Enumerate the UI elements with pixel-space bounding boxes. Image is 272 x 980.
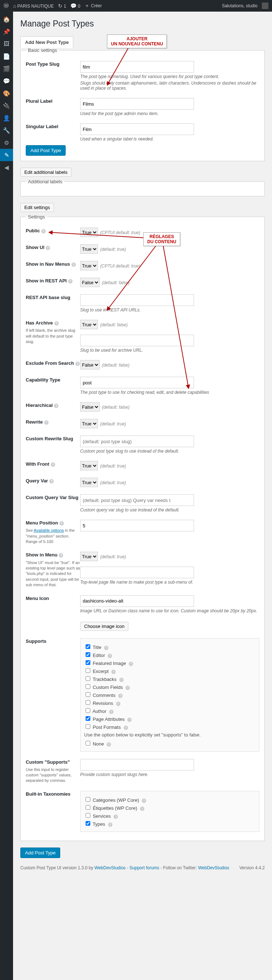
restbase-input[interactable] (80, 294, 194, 306)
help-icon[interactable]: ? (54, 404, 59, 408)
help-icon[interactable]: ? (108, 654, 112, 658)
wordpress-logo-icon[interactable]: ⓦ (4, 3, 9, 9)
menu-tools-icon[interactable]: 🔧 (0, 124, 13, 137)
edit-settings-button[interactable]: Edit settings (20, 203, 54, 212)
help-icon[interactable]: ? (142, 799, 146, 803)
slug-input[interactable] (80, 61, 194, 73)
menu-pages-icon[interactable]: 📄 (0, 50, 13, 62)
help-icon[interactable]: ? (71, 262, 76, 267)
help-icon[interactable]: ? (118, 694, 123, 698)
help-icon[interactable]: ? (51, 462, 55, 467)
support-forums-link[interactable]: Support forums (130, 865, 159, 870)
help-icon[interactable]: ? (116, 702, 120, 706)
help-icon[interactable]: ? (129, 662, 133, 666)
comments-icon[interactable]: 💬 0 (70, 3, 80, 9)
help-icon[interactable]: ? (119, 678, 124, 682)
menu-posts-icon[interactable]: 📌 (0, 25, 13, 38)
menu-plugins-icon[interactable]: 🔌 (0, 99, 13, 112)
help-icon[interactable]: ? (107, 742, 111, 747)
menu-cptui-icon[interactable]: ✎ (0, 149, 13, 161)
crs-input[interactable] (80, 436, 194, 447)
csup-input[interactable] (80, 759, 194, 770)
tab-add-new[interactable]: Add New Post Type (20, 36, 73, 48)
help-icon[interactable]: ? (76, 361, 80, 366)
choose-image-icon-button[interactable]: Choose image icon (80, 622, 128, 631)
chk-excerpt[interactable] (85, 668, 90, 673)
help-icon[interactable]: ? (108, 822, 112, 827)
chk-tax-tags[interactable] (85, 805, 90, 810)
help-icon[interactable]: ? (46, 246, 50, 250)
showmenus-select[interactable]: True (80, 261, 98, 270)
help-icon[interactable]: ? (44, 420, 49, 425)
menu-comments-icon[interactable]: 💬 (0, 75, 13, 87)
chk-editor[interactable] (85, 652, 90, 657)
avatar-icon[interactable] (262, 3, 268, 9)
edit-additional-labels-button[interactable]: Edit additional labels (20, 168, 71, 177)
add-post-type-button-bottom[interactable]: Add Post Type (20, 848, 60, 858)
menu-users-icon[interactable]: 👤 (0, 112, 13, 124)
wf-select[interactable]: True (80, 461, 98, 470)
new-content[interactable]: ＋ Créer (84, 3, 101, 9)
site-name[interactable]: ⌂ PARIS NAUTIQUE (13, 3, 54, 9)
add-post-type-button[interactable]: Add Post Type (26, 145, 66, 156)
rest-select[interactable]: False (80, 278, 100, 287)
public-select[interactable]: True (80, 228, 98, 237)
help-icon[interactable]: ? (140, 807, 144, 811)
sim-select[interactable]: True (80, 552, 98, 561)
help-icon[interactable]: ? (68, 279, 73, 283)
cap-input[interactable] (80, 377, 194, 388)
help-icon[interactable]: ? (104, 646, 108, 650)
chk-tax-categories[interactable] (85, 797, 90, 802)
archive-select[interactable]: True (80, 320, 98, 329)
greeting[interactable]: Salutations, studio (222, 3, 258, 8)
help-icon[interactable]: ? (124, 725, 128, 730)
help-icon[interactable]: ? (127, 718, 132, 722)
menu-pos-link[interactable]: Available options (34, 528, 64, 533)
archive-slug-input[interactable] (80, 335, 194, 346)
chk-none[interactable] (85, 741, 90, 746)
chk-trackbacks[interactable] (85, 676, 90, 681)
wds-link[interactable]: WebDevStudios (95, 865, 126, 870)
cqv-input[interactable] (80, 494, 194, 506)
exclude-select[interactable]: False (80, 360, 100, 369)
help-icon[interactable]: ? (54, 321, 59, 326)
settings-legend: Settings (26, 214, 47, 220)
help-icon[interactable]: ? (41, 229, 46, 233)
chk-page-attributes[interactable] (85, 716, 90, 721)
chk-comments[interactable] (85, 692, 90, 697)
showui-select[interactable]: True (80, 244, 98, 254)
chk-featured[interactable] (85, 660, 90, 665)
qv-select[interactable]: True (80, 478, 98, 487)
menu-media-icon[interactable]: 🖼 (0, 38, 13, 50)
help-icon[interactable]: ? (111, 670, 116, 674)
help-icon[interactable]: ? (114, 815, 118, 819)
help-icon[interactable]: ? (109, 710, 114, 714)
help-icon[interactable]: ? (60, 521, 64, 525)
chk-tax-services[interactable] (85, 813, 90, 818)
singular-input[interactable] (80, 123, 194, 135)
micon-input[interactable] (80, 595, 194, 607)
twitter-link[interactable]: WebDevStudios (198, 865, 229, 870)
sim-page-input[interactable] (80, 566, 194, 578)
supports-label: Supports (26, 638, 80, 644)
plural-input[interactable] (80, 98, 194, 110)
chk-post-formats[interactable] (85, 724, 90, 729)
supports-box: Title ? Editor ? Featured Image ? Excerp… (80, 638, 259, 752)
help-icon[interactable]: ? (49, 479, 54, 484)
updates-icon[interactable]: ↻ 1 (58, 3, 66, 9)
menu-collapse-icon[interactable]: ◀ (0, 161, 13, 173)
mpos-input[interactable] (80, 520, 194, 531)
rewrite-select[interactable]: True (80, 419, 98, 428)
chk-custom-fields[interactable] (85, 684, 90, 689)
menu-dashboard-icon[interactable]: 🏠 (0, 13, 13, 25)
chk-author[interactable] (85, 708, 90, 713)
chk-title[interactable] (85, 644, 90, 649)
chk-revisions[interactable] (85, 700, 90, 705)
menu-settings-icon[interactable]: ⚙ (0, 137, 13, 149)
help-icon[interactable]: ? (59, 553, 63, 557)
chk-tax-types[interactable] (85, 821, 90, 826)
hier-select[interactable]: False (80, 402, 100, 412)
help-icon[interactable]: ? (125, 686, 130, 690)
menu-appearance-icon[interactable]: 🎨 (0, 87, 13, 99)
menu-cpt-icon[interactable]: 🎬 (0, 62, 13, 75)
